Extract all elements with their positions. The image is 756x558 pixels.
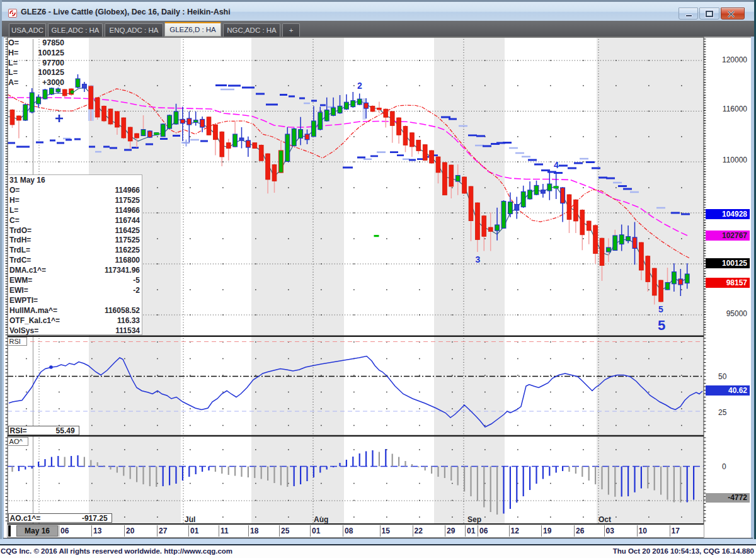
svg-text:4: 4	[554, 160, 559, 170]
svg-text:5: 5	[658, 317, 665, 333]
svg-text:2: 2	[357, 81, 362, 91]
svg-text:3: 3	[476, 254, 481, 265]
svg-text:5: 5	[658, 304, 663, 314]
